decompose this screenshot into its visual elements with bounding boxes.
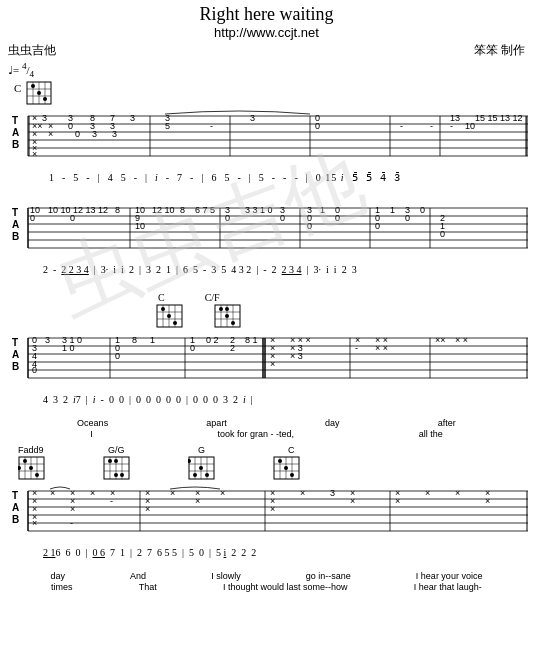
lyrics-section-4b: times That I thought would last some--ho… [8,582,525,592]
svg-text:×  ×: × × [455,335,468,345]
section-3: C C/F [8,292,525,439]
page-title: Right here waiting [8,4,525,25]
svg-text:6  7  5: 6 7 5 [195,205,215,215]
svg-text:0: 0 [70,213,75,223]
title-section: Right here waiting http://www.ccjt.net [8,4,525,40]
lyric-ihearthatlaugh: I hear that laugh- [414,582,482,592]
numbers-line-4: 2 16 6 0 | 0 6 7 1 | 2 7 6 5 5 | 5 0 | 5… [8,536,525,569]
svg-text:-: - [110,496,113,506]
svg-text:B: B [12,361,19,372]
lyric-apart: apart [206,418,227,428]
svg-point-192 [114,459,118,463]
svg-text:2: 2 [230,343,235,353]
lyric-ithought: I thought would last some--how [223,582,348,592]
tab-staff-1: T A B × 3 3 8 7 3 [10,108,529,160]
svg-text:×: × [50,488,55,498]
svg-text:0: 0 [225,213,230,223]
svg-text:×: × [32,518,37,528]
chord-c2-diagram [156,304,184,329]
svg-point-114 [167,314,171,318]
svg-text:1: 1 [320,205,325,215]
svg-text:8: 8 [180,205,185,215]
svg-text:×: × [395,496,400,506]
svg-text:×: × [70,504,75,514]
svg-point-203 [205,473,209,477]
chord-gg-diagram [103,456,188,481]
lyric-allthe: all the [419,429,443,439]
chord-c-diagram [25,80,53,108]
svg-text:0: 0 [68,121,73,131]
svg-text:15 15 13 12: 15 15 13 12 [475,113,523,123]
svg-point-6 [31,84,35,88]
svg-point-194 [120,473,124,477]
tab-staff-3: T A B 0 3 3 1 0 1 8 1 1 0 [10,330,529,382]
svg-text:0: 0 [440,229,445,239]
lyric-day2: day [51,571,66,581]
svg-point-212 [284,466,288,470]
svg-text:8 1: 8 1 [245,335,258,345]
lyric-tookforgran: took for gran - -ted, [217,429,294,439]
section-2: T A B 10 10 10 12 13 12 8 10 12 10 8 6 7 [8,200,525,286]
svg-text:×: × [425,488,430,498]
svg-point-204 [193,473,197,477]
chord-g-diagram [188,456,273,481]
lyric-after: after [438,418,456,428]
svg-text:0: 0 [190,343,195,353]
svg-text:-: - [210,121,213,131]
svg-text:×  ×: × × [375,343,388,353]
svg-point-183 [29,466,33,470]
svg-text:8: 8 [115,205,120,215]
svg-point-202 [199,466,203,470]
svg-point-122 [219,307,223,311]
svg-text:0: 0 [307,221,312,231]
svg-text:12 10: 12 10 [152,205,175,215]
lyric-i: I [90,429,93,439]
svg-text:B: B [12,231,19,242]
svg-point-113 [161,307,165,311]
svg-point-191 [108,459,112,463]
svg-text:0: 0 [30,213,35,223]
svg-text:T: T [12,115,18,126]
svg-text:× 3: × 3 [290,351,303,361]
chord-fadd9-diagram [18,456,103,481]
svg-text:-: - [70,518,73,528]
lyric-that: That [139,582,157,592]
numbers-line-2: 2 - 2 2 3 4 | 3· i i 2 | 3 2 1 | 6 5 - 3… [8,253,525,286]
chord-g-label: G [198,445,288,455]
svg-point-7 [37,91,41,95]
svg-text:-: - [400,121,403,131]
svg-text:T: T [12,490,18,501]
page: Right here waiting http://www.ccjt.net 虫… [0,0,533,650]
svg-point-124 [225,314,229,318]
section-4: Fadd9 G/G G C [8,445,525,592]
lyric-and: And [130,571,146,581]
svg-text:B: B [12,139,19,150]
chord-c2-label: C [158,292,165,303]
svg-text:10: 10 [465,121,475,131]
top-info: 虫虫吉他 笨笨 制作 [8,42,525,59]
svg-point-115 [173,321,177,325]
svg-text:0: 0 [315,121,320,131]
svg-text:××: ×× [435,335,446,345]
svg-point-211 [278,459,282,463]
svg-point-182 [18,466,21,470]
tab-staff-4: T A B × × × × × × × × × × × 3 [10,483,529,535]
section-1: C T A B [8,80,525,194]
lyric-day: day [325,418,340,428]
svg-text:5: 5 [165,121,170,131]
svg-text:0: 0 [335,213,340,223]
svg-text:3: 3 [42,113,47,123]
svg-text:×: × [455,488,460,498]
tab-staff-2: T A B 10 10 10 12 13 12 8 10 12 10 8 6 7 [10,200,529,252]
svg-text:0  2: 0 2 [206,335,219,345]
chord-cf-diagram [214,304,242,329]
svg-text:0: 0 [115,351,120,361]
svg-text:1: 1 [150,335,155,345]
svg-text:A: A [12,219,19,230]
svg-text:×: × [195,496,200,506]
svg-text:12: 12 [98,205,108,215]
lyrics-section-3: Oceans apart day after [8,417,525,429]
svg-text:-: - [430,121,433,131]
chord-c3-label: C [288,445,378,455]
svg-point-213 [290,473,294,477]
